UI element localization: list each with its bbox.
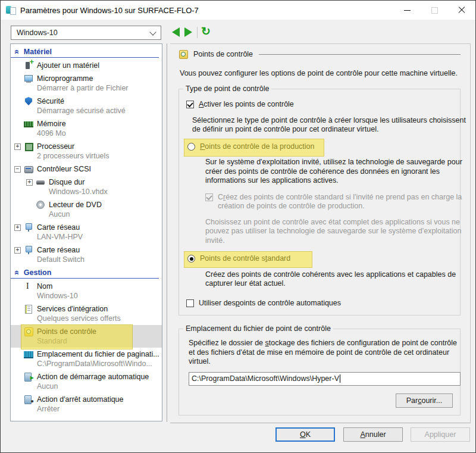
checkpoint-path-input[interactable]: C:\ProgramData\Microsoft\Windows\Hyper-V — [189, 372, 461, 386]
radio-unselected-icon[interactable] — [187, 143, 195, 151]
item-label: Mémoire — [37, 119, 66, 129]
checkbox-checked-disabled-icon — [205, 193, 213, 201]
expander-icon[interactable]: + — [14, 143, 21, 150]
item-label: Services d'intégration — [37, 304, 121, 314]
radio-selected-icon[interactable] — [187, 255, 195, 263]
production-checkpoints-radio[interactable]: Points de contrôle de la production — [187, 142, 454, 152]
memory-icon — [24, 119, 33, 129]
item-sublabel: 2 processeurs virtuels — [37, 151, 109, 161]
panel-splitter[interactable] — [167, 43, 167, 422]
name-icon — [24, 282, 33, 291]
item-sublabel: Démarrer à partir de Fichier — [37, 83, 129, 93]
pagefile-icon — [24, 349, 33, 359]
sidebar-item-network-adapter-1[interactable]: +Carte réseauLAN-VM-HPV — [11, 221, 162, 243]
expander-icon[interactable]: + — [14, 224, 21, 231]
dvd-icon — [36, 200, 45, 210]
location-description: Spécifiez le dossier de stockage des fic… — [189, 339, 458, 367]
sidebar-item-security[interactable]: SécuritéDémarrage sécurisé activé — [11, 95, 162, 117]
sidebar-item-hard-disk[interactable]: +Disque durWindows-10.vhdx — [11, 176, 162, 198]
checkpoint-location-group: Emplacement du fichier de point de contr… — [178, 329, 461, 415]
item-label: Action de démarrage automatique — [37, 372, 149, 382]
sidebar-item-pagefile-location[interactable]: Emplacement du fichier de paginati...C:\… — [11, 348, 162, 370]
item-label: Microprogramme — [37, 74, 129, 83]
fallback-standard-checkbox: Créez des points de contrôle standard si… — [205, 193, 472, 211]
close-icon[interactable] — [448, 1, 475, 20]
autostop-icon — [24, 395, 33, 404]
sidebar-item-dvd-drive[interactable]: Lecteur de DVDAucun — [11, 198, 162, 221]
item-sublabel: Default Switch — [37, 255, 84, 264]
checkbox-unchecked-icon[interactable] — [186, 299, 194, 307]
item-label: Emplacement du fichier de paginati... — [37, 349, 159, 359]
sidebar-item-processor[interactable]: +Processeur2 processeurs virtuels — [11, 140, 162, 163]
sidebar-item-name[interactable]: NomWindows-10 — [11, 280, 162, 302]
collapse-icon: « — [14, 270, 20, 275]
refresh-icon[interactable]: ↻ — [201, 24, 211, 39]
item-sublabel: Standard — [37, 336, 96, 346]
maximize-icon — [421, 1, 448, 20]
standard-checkpoints-radio[interactable]: Points de contrôle standard — [187, 254, 454, 264]
tree-section-header[interactable]: «Gestion — [11, 268, 159, 279]
sidebar-item-integration-services[interactable]: Services d'intégrationQuelques services … — [11, 302, 162, 325]
item-sublabel: Démarrage sécurisé activé — [37, 106, 126, 115]
group-label: Emplacement du fichier de point de contr… — [183, 324, 333, 333]
item-label: Sécurité — [37, 96, 126, 106]
checkpoints-pane: Points de contrôle Vous pouvez configure… — [170, 43, 471, 423]
toolbar-divider — [197, 27, 198, 38]
sidebar-item-checkpoints[interactable]: Points de contrôleStandard — [11, 325, 162, 348]
expander-icon[interactable]: + — [26, 179, 33, 186]
tree-section-header[interactable]: «Matériel — [11, 47, 159, 58]
firmware-icon — [24, 74, 33, 83]
item-sublabel: C:\ProgramData\Microsoft\Windo... — [37, 359, 159, 368]
text-caret — [340, 374, 340, 383]
scsi-icon — [24, 164, 33, 174]
network-icon — [24, 245, 33, 255]
select-type-description: Sélectionnez le type de point de contrôl… — [192, 116, 467, 135]
item-label: Nom — [37, 282, 78, 291]
checkpoint-icon — [24, 327, 33, 336]
item-label: Carte réseau — [37, 223, 83, 232]
checkpoint-icon — [178, 49, 188, 59]
item-sublabel: Quelques services offerts — [37, 314, 121, 323]
pane-header: Points de contrôle — [178, 49, 461, 59]
title-bar: Paramètres pour Windows-10 sur SURFACE-F… — [1, 1, 475, 20]
autostart-icon — [24, 372, 33, 382]
browse-button[interactable]: Parcourir... — [396, 393, 453, 408]
section-title: Matériel — [24, 48, 52, 56]
navigate-forward-icon[interactable] — [184, 27, 192, 37]
vm-selector-dropdown[interactable]: Windows-10 — [11, 26, 161, 40]
checkbox-checked-icon[interactable] — [186, 101, 194, 108]
sidebar-item-add-hardware[interactable]: Ajouter un matériel — [11, 59, 162, 72]
ok-button[interactable]: OK — [275, 427, 335, 442]
path-value: C:\ProgramData\Microsoft\Windows\Hyper-V — [192, 374, 339, 383]
vm-selector-value: Windows-10 — [17, 29, 58, 37]
network-icon — [24, 223, 33, 232]
item-sublabel: Aucun — [49, 210, 102, 219]
pane-intro: Vous pouvez configurer les options de po… — [180, 69, 461, 77]
window-title: Paramètres pour Windows-10 sur SURFACE-F… — [20, 6, 199, 15]
expander-icon[interactable]: + — [14, 247, 21, 254]
expander-icon[interactable]: − — [14, 166, 21, 173]
sidebar-item-memory[interactable]: Mémoire4096 Mo — [11, 117, 162, 140]
checkpoint-type-group: Type de point de contrôle Activer les po… — [178, 89, 461, 315]
item-sublabel: LAN-VM-HPV — [37, 232, 83, 242]
navigate-back-icon[interactable] — [172, 27, 180, 37]
item-sublabel: Windows-10.vhdx — [49, 187, 108, 196]
item-label: Disque dur — [49, 177, 108, 187]
integration-icon — [24, 304, 33, 314]
sidebar-item-scsi-controller[interactable]: −Contrôleur SCSI — [11, 163, 162, 176]
pane-title: Points de contrôle — [193, 50, 253, 58]
sidebar-item-auto-stop-action[interactable]: Action d'arrêt automatiqueArrêter — [11, 393, 162, 415]
sidebar-item-network-adapter-2[interactable]: +Carte réseauDefault Switch — [11, 243, 162, 266]
item-sublabel: Windows-10 — [37, 291, 78, 301]
cancel-button[interactable]: Annuler — [343, 427, 403, 442]
sidebar-item-firmware[interactable]: MicroprogrammeDémarrer à partir de Fichi… — [11, 72, 162, 95]
item-label: Ajouter un matériel — [37, 61, 99, 70]
automatic-checkpoints-checkbox[interactable]: Utiliser despoints de contrôle automatiq… — [186, 299, 454, 308]
collapse-icon: « — [14, 49, 20, 54]
minimize-icon[interactable] — [393, 1, 421, 20]
sidebar-item-auto-start-action[interactable]: Action de démarrage automatiqueAucun — [11, 370, 162, 393]
hard-disk-icon — [36, 177, 45, 187]
enable-checkpoints-checkbox[interactable]: Activer les points de contrôle — [186, 100, 454, 110]
item-label: Points de contrôle — [37, 327, 96, 336]
apply-button: Appliquer — [411, 427, 470, 442]
